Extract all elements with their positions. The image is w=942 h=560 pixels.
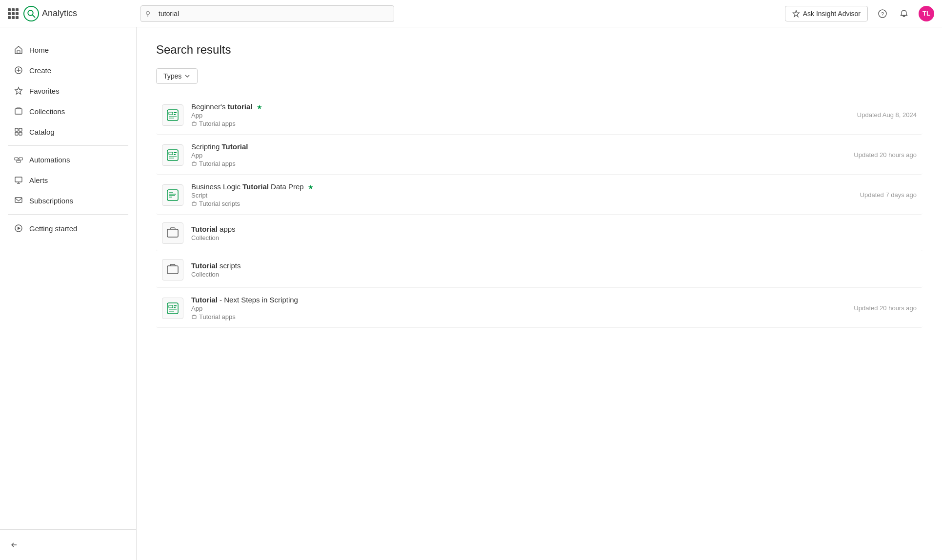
sidebar-label-alerts: Alerts [29,176,48,184]
svg-rect-13 [15,132,18,135]
sidebar-item-collections[interactable]: Collections [4,101,132,121]
result-body-2: Scripting Tutorial App Tutorial apps [191,142,854,167]
sidebar-divider-2 [8,214,128,215]
result-item-business-logic[interactable]: Business Logic Tutorial Data Prep ★ Scri… [156,176,922,215]
result-meta-type-2: App [191,152,854,159]
result-body: Beginner's tutorial ★ App Tutorial apps [191,102,857,127]
subscriptions-icon [14,196,23,205]
result-icon-collection [162,222,183,244]
result-name-4: Tutorial apps [191,225,917,233]
svg-rect-33 [167,150,178,160]
svg-rect-18 [17,160,20,162]
collection-icon-small [191,121,197,127]
types-filter-button[interactable]: Types [156,68,198,84]
sidebar-label-automations: Automations [29,156,70,164]
svg-rect-29 [174,112,177,113]
svg-rect-47 [169,305,173,308]
collections-icon [14,106,23,116]
sidebar-label-collections: Collections [29,107,65,116]
result-item-tutorial-scripts[interactable]: Tutorial scripts Collection [156,252,922,288]
result-updated-3: Updated 7 days ago [860,191,917,199]
sidebar-collapse-button[interactable] [0,536,136,554]
svg-rect-44 [167,229,178,237]
sidebar-item-getting-started[interactable]: Getting started [4,219,132,238]
collection-icon-small-3 [191,201,197,207]
sidebar-divider-1 [8,145,128,146]
result-body-3: Business Logic Tutorial Data Prep ★ Scri… [191,182,860,207]
star-icon: ★ [257,103,262,111]
result-meta-type-4: Collection [191,234,917,241]
result-name-3: Business Logic Tutorial Data Prep ★ [191,182,860,191]
sidebar-label-home: Home [29,46,49,54]
search-input[interactable] [140,5,394,22]
result-icon-app-2 [162,144,183,166]
svg-marker-2 [793,10,799,17]
insight-advisor-button[interactable]: Ask Insight Advisor [785,6,868,21]
result-meta-collection: Tutorial apps [191,120,857,127]
result-item-beginners-tutorial[interactable]: Beginner's tutorial ★ App Tutorial apps … [156,96,922,135]
qlik-logo[interactable]: Analytics [23,6,77,21]
sidebar-label-getting-started: Getting started [29,224,77,233]
result-body-6: Tutorial - Next Steps in Scripting App T… [191,296,854,320]
collection-icon-small-6 [191,314,197,320]
page-title: Search results [156,43,922,57]
sidebar-nav: Home Create Favorites Collections Catalo [0,35,136,529]
sidebar-label-catalog: Catalog [29,128,55,136]
result-name-6: Tutorial - Next Steps in Scripting [191,296,854,304]
collection-icon-small-2 [191,161,197,167]
svg-rect-23 [15,198,22,202]
topbar-left: Analytics [8,6,135,21]
getting-started-icon [14,223,23,233]
sidebar-item-automations[interactable]: Automations [4,150,132,169]
home-icon [14,45,23,55]
result-body-4: Tutorial apps Collection [191,225,917,241]
create-icon [14,65,23,75]
svg-rect-16 [19,158,22,160]
insight-icon [792,10,800,18]
search-bar: ⚲ [140,5,394,22]
result-meta-type-6: App [191,305,854,312]
sidebar-item-favorites[interactable]: Favorites [4,81,132,100]
sidebar-item-create[interactable]: Create [4,60,132,80]
svg-line-1 [32,15,35,17]
catalog-icon [14,127,23,137]
result-icon-app [162,104,183,126]
result-meta-collection-2: Tutorial apps [191,160,854,167]
svg-rect-12 [19,128,22,131]
sidebar-item-home[interactable]: Home [4,40,132,60]
result-meta-collection-6: Tutorial apps [191,313,854,320]
sidebar-item-subscriptions[interactable]: Subscriptions [4,191,132,210]
svg-rect-45 [167,266,178,274]
result-item-scripting-tutorial[interactable]: Scripting Tutorial App Tutorial apps Upd… [156,136,922,175]
grid-menu-icon[interactable] [8,8,19,19]
main-content: Search results Types Beginner's tutorial… [137,27,942,560]
notifications-icon[interactable] [897,7,911,20]
svg-rect-27 [167,110,178,120]
alerts-icon [14,175,23,185]
result-icon-script [162,184,183,206]
result-name: Beginner's tutorial ★ [191,102,857,111]
avatar[interactable]: TL [919,6,934,21]
insight-btn-label: Ask Insight Advisor [803,10,861,18]
result-meta-type-5: Collection [191,271,917,278]
app-name: Analytics [42,8,77,19]
star-icon-3: ★ [308,183,314,191]
result-name-2: Scripting Tutorial [191,142,854,151]
svg-marker-9 [15,87,22,94]
collapse-icon [10,540,19,549]
svg-rect-15 [15,158,18,160]
result-icon-collection-2 [162,259,183,280]
svg-rect-10 [15,109,22,114]
types-btn-label: Types [163,72,181,80]
result-updated-6: Updated 20 hours ago [854,304,917,312]
result-item-tutorial-apps[interactable]: Tutorial apps Collection [156,216,922,251]
svg-rect-11 [15,128,18,131]
svg-rect-46 [167,303,178,314]
help-icon[interactable]: ? [876,7,889,20]
svg-rect-20 [15,177,22,182]
sidebar-item-alerts[interactable]: Alerts [4,170,132,190]
result-meta-type: App [191,112,857,119]
sidebar-label-create: Create [29,66,51,75]
sidebar-item-catalog[interactable]: Catalog [4,122,132,141]
result-item-tutorial-next-steps[interactable]: Tutorial - Next Steps in Scripting App T… [156,289,922,328]
